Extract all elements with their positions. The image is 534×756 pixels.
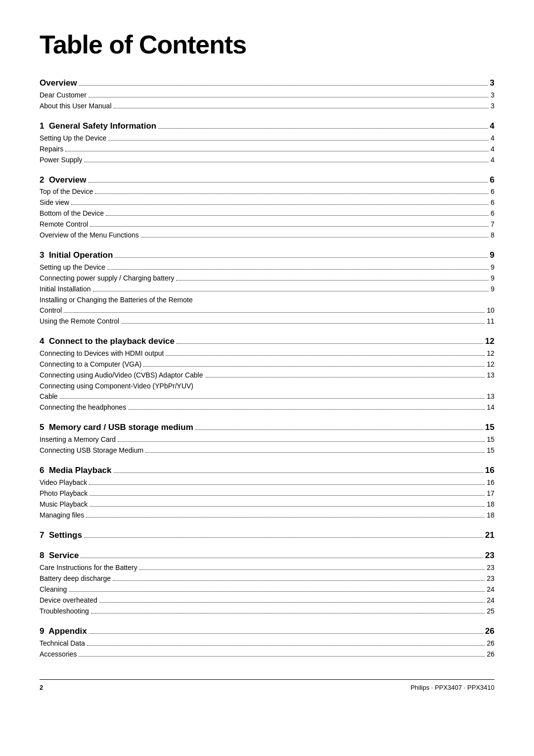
entry-dots xyxy=(139,569,485,570)
toc-section-general-safety: 1 General Safety Information4Setting Up … xyxy=(40,120,494,165)
toc-heading-overview-main: Overview3 xyxy=(40,77,494,89)
toc-heading-overview-2: 2 Overview6 xyxy=(40,174,494,186)
toc-section-media-playback: 6 Media Playback16Video Playback16Photo … xyxy=(40,465,494,520)
entry-text: Connecting the headphones xyxy=(40,402,126,413)
entry-text: Troubleshooting xyxy=(40,606,89,616)
entry-dots xyxy=(176,280,489,281)
entry-page: 4 xyxy=(490,144,494,154)
entry-dots xyxy=(99,602,485,603)
entry-dots xyxy=(84,162,489,162)
entry-page: 23 xyxy=(487,563,494,573)
entry-page: 4 xyxy=(490,155,494,165)
entry-page: 18 xyxy=(487,510,494,520)
entry-page: 14 xyxy=(487,402,494,413)
toc-entry: Music Playback18 xyxy=(40,499,494,510)
toc-heading-settings: 7 Settings21 xyxy=(40,529,494,541)
entry-dots xyxy=(205,377,485,378)
entry-page: 25 xyxy=(487,606,494,616)
toc-entry: Connecting USB Storage Medium15 xyxy=(40,445,494,456)
entry-text: Managing files xyxy=(40,510,84,520)
heading-page: 16 xyxy=(485,465,494,476)
entry-page: 24 xyxy=(487,584,494,595)
entry-dots xyxy=(91,613,485,614)
heading-dots xyxy=(81,558,483,558)
entry-text: Side view xyxy=(40,197,69,208)
heading-dots xyxy=(79,85,488,86)
heading-dots xyxy=(158,128,488,129)
entry-text: Initial Installation xyxy=(40,284,91,294)
entry-page: 13 xyxy=(487,370,494,380)
heading-page: 21 xyxy=(485,529,494,541)
toc-entry: Troubleshooting25 xyxy=(40,606,494,616)
toc-entry: Overview of the Menu Functions8 xyxy=(40,230,494,240)
entry-text: Care Instructions for the Battery xyxy=(40,563,137,573)
toc-entry: Technical Data26 xyxy=(40,638,494,649)
entry-page: 18 xyxy=(487,499,494,510)
entry-text: Inserting a Memory Card xyxy=(40,434,116,445)
entry-text: Connecting to a Computer (VGA) xyxy=(40,359,141,370)
toc-section-overview-main: Overview3Dear Customer3About this User M… xyxy=(40,77,494,111)
entry-text: About this User Manual xyxy=(40,101,112,111)
entry-page: 12 xyxy=(487,359,494,370)
entry-text: Bottom of the Device xyxy=(40,208,104,219)
entry-text: Battery deep discharge xyxy=(40,573,111,584)
heading-label: 6 Media Playback xyxy=(40,465,112,476)
entry-dots xyxy=(143,366,485,367)
entry-dots xyxy=(89,495,485,496)
entry-text: Using the Remote Control xyxy=(40,316,119,327)
entry-page: 13 xyxy=(487,391,494,402)
entry-text: Accessories xyxy=(40,649,77,660)
toc-entry: Battery deep discharge23 xyxy=(40,573,494,584)
entry-page: 12 xyxy=(487,348,494,359)
footer-brand: Philips · PPX3407 · PPX3410 xyxy=(410,684,494,691)
entry-text: Video Playback xyxy=(40,477,87,488)
entry-page: 6 xyxy=(490,197,494,208)
entry-text: Remote Control xyxy=(40,219,88,230)
heading-label: Overview xyxy=(40,77,77,89)
entry-text: Connecting power supply / Charging batte… xyxy=(40,273,174,284)
entry-text: Cable xyxy=(40,391,58,402)
toc-section-settings: 7 Settings21 xyxy=(40,529,494,541)
heading-page: 3 xyxy=(490,77,494,89)
toc-entry: Dear Customer3 xyxy=(40,90,494,100)
entry-page: 6 xyxy=(490,208,494,219)
toc-entry: Using the Remote Control11 xyxy=(40,316,494,327)
entry-dots xyxy=(87,645,485,646)
heading-label: 7 Settings xyxy=(40,529,82,541)
entry-page: 6 xyxy=(490,187,494,197)
entry-text: Dear Customer xyxy=(40,90,87,100)
entry-dots xyxy=(114,108,489,108)
toc-entry: Connecting power supply / Charging batte… xyxy=(40,273,494,284)
entry-page: 23 xyxy=(487,573,494,584)
heading-dots xyxy=(195,429,483,430)
entry-page: 10 xyxy=(487,305,494,316)
toc-entry: Power Supply4 xyxy=(40,155,494,165)
toc-entry: Remote Control7 xyxy=(40,219,494,230)
toc-entry: Cleaning24 xyxy=(40,584,494,595)
entry-text: Photo Playback xyxy=(40,488,88,499)
entry-dots xyxy=(69,591,485,592)
entry-page: 7 xyxy=(490,219,494,230)
toc-entry: Setting Up the Device4 xyxy=(40,133,494,143)
entry-dots xyxy=(89,97,489,97)
footer: 2 Philips · PPX3407 · PPX3410 xyxy=(40,679,494,691)
entry-dots xyxy=(64,312,485,313)
toc-section-initial-operation: 3 Initial Operation9Setting up the Devic… xyxy=(40,249,494,327)
entry-dots xyxy=(89,506,485,507)
heading-label: 8 Service xyxy=(40,550,79,562)
entry-text: Setting up the Device xyxy=(40,262,105,273)
toc-entry: Video Playback16 xyxy=(40,477,494,488)
heading-page: 6 xyxy=(490,174,494,186)
toc-heading-service: 8 Service23 xyxy=(40,550,494,562)
entry-page: 24 xyxy=(487,595,494,606)
page-title: Table of Contents xyxy=(40,30,494,59)
entry-text: Setting Up the Device xyxy=(40,133,106,143)
entry-text: Overview of the Menu Functions xyxy=(40,230,139,240)
entry-dots xyxy=(89,484,485,485)
entry-page: 26 xyxy=(487,638,494,649)
entry-dots xyxy=(145,452,485,453)
toc-entry: About this User Manual3 xyxy=(40,101,494,111)
entry-page: 3 xyxy=(490,90,494,100)
entry-dots xyxy=(90,226,489,227)
entry-text: Cleaning xyxy=(40,584,67,595)
